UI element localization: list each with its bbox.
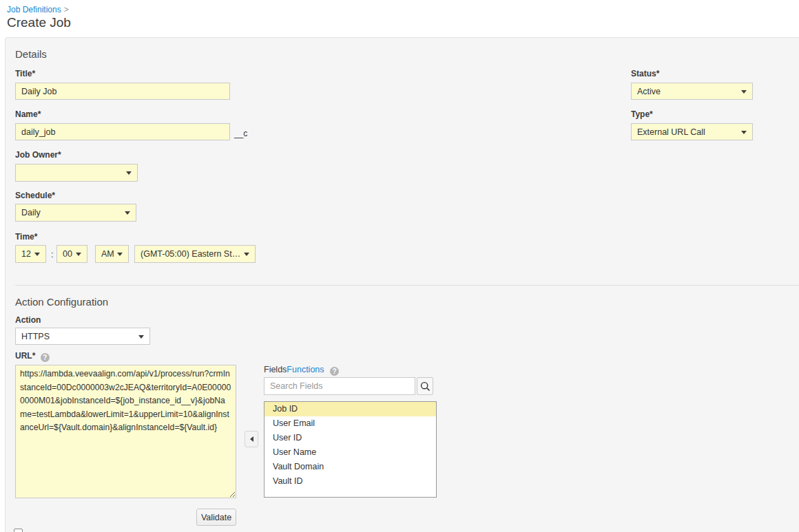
time-colon: : <box>51 250 53 259</box>
list-item-user-id[interactable]: User ID <box>264 431 436 445</box>
title-input[interactable] <box>15 83 230 100</box>
url-label: URL* ? <box>15 351 50 362</box>
action-configuration-heading: Action Configuration <box>15 296 108 308</box>
action-label: Action <box>15 315 41 325</box>
tab-fields[interactable]: Fields <box>264 365 287 374</box>
validate-button[interactable]: Validate <box>196 509 236 526</box>
list-item-user-email[interactable]: User Email <box>264 416 436 431</box>
status-dropdown[interactable]: Active <box>631 83 753 100</box>
fields-listbox: Job ID User Email User ID User Name Vaul… <box>264 401 437 498</box>
job-owner-label: Job Owner* <box>15 150 61 160</box>
help-icon[interactable]: ? <box>330 367 339 376</box>
field-function-tabs: FieldsFunctions ? <box>264 363 339 376</box>
type-label: Type* <box>631 109 653 119</box>
status-label: Status* <box>631 69 659 78</box>
list-item-job-id[interactable]: Job ID <box>264 402 436 416</box>
time-hour-dropdown[interactable]: 12 <box>15 245 46 263</box>
time-label: Time* <box>15 232 37 242</box>
time-zone-dropdown[interactable]: (GMT-05:00) Eastern St… <box>134 245 256 263</box>
time-zone-value: (GMT-05:00) Eastern St… <box>141 249 240 259</box>
section-divider <box>15 285 799 286</box>
chevron-down-icon <box>117 253 123 256</box>
arrow-left-icon <box>250 436 253 442</box>
insert-field-button[interactable] <box>245 431 258 447</box>
chevron-down-icon <box>126 171 132 175</box>
name-suffix: __c <box>234 129 247 138</box>
url-textarea[interactable] <box>15 365 236 498</box>
breadcrumb-separator: > <box>64 5 69 14</box>
chevron-down-icon <box>76 253 81 256</box>
bottom-checkbox[interactable] <box>14 529 23 532</box>
chevron-down-icon <box>138 335 144 339</box>
job-owner-dropdown[interactable] <box>15 164 138 182</box>
type-dropdown[interactable]: External URL Call <box>631 123 753 140</box>
schedule-dropdown[interactable]: Daily <box>15 204 136 222</box>
chevron-down-icon <box>34 253 40 256</box>
list-item-user-name[interactable]: User Name <box>264 445 436 460</box>
name-label: Name* <box>15 109 41 119</box>
search-fields-input[interactable] <box>264 377 415 395</box>
time-hour-value: 12 <box>21 249 31 259</box>
search-button[interactable] <box>417 377 433 395</box>
chevron-down-icon <box>244 253 249 256</box>
time-meridiem-dropdown[interactable]: AM <box>95 245 129 263</box>
list-item-vault-domain[interactable]: Vault Domain <box>264 460 436 474</box>
details-heading: Details <box>15 48 47 60</box>
page-title: Create Job <box>7 15 71 30</box>
schedule-dropdown-value: Daily <box>21 208 41 217</box>
title-label: Title* <box>15 69 35 78</box>
status-dropdown-value: Active <box>637 87 661 96</box>
time-meridiem-value: AM <box>101 249 114 259</box>
time-minute-value: 00 <box>63 249 72 259</box>
breadcrumb: Job Definitions> <box>7 5 69 14</box>
action-dropdown-value: HTTPS <box>21 332 50 341</box>
action-dropdown[interactable]: HTTPS <box>15 328 150 345</box>
chevron-down-icon <box>125 211 130 215</box>
time-minute-dropdown[interactable]: 00 <box>56 245 87 263</box>
list-item-vault-id[interactable]: Vault ID <box>264 474 436 489</box>
help-icon[interactable]: ? <box>41 353 50 362</box>
url-label-text: URL* <box>15 351 35 361</box>
type-dropdown-value: External URL Call <box>637 127 705 137</box>
schedule-label: Schedule* <box>15 191 55 200</box>
tab-functions[interactable]: Functions <box>287 365 324 374</box>
breadcrumb-link-job-definitions[interactable]: Job Definitions <box>7 5 61 14</box>
chevron-down-icon <box>741 90 747 94</box>
search-icon <box>420 381 430 392</box>
chevron-down-icon <box>741 131 747 134</box>
name-input[interactable] <box>15 123 230 140</box>
